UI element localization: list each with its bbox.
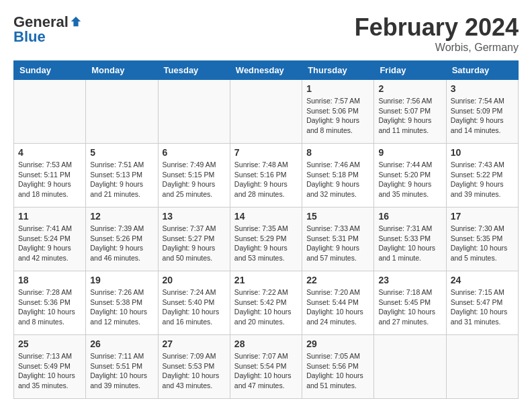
calendar-cell: 28Sunrise: 7:07 AM Sunset: 5:54 PM Dayli… [230, 335, 302, 399]
page-header: General Blue February 2024 Worbis, Germa… [13, 13, 519, 54]
calendar-cell: 27Sunrise: 7:09 AM Sunset: 5:53 PM Dayli… [158, 335, 230, 399]
calendar-cell: 17Sunrise: 7:30 AM Sunset: 5:35 PM Dayli… [446, 208, 518, 271]
calendar-cell: 2Sunrise: 7:56 AM Sunset: 5:07 PM Daylig… [374, 80, 446, 144]
day-info: Sunrise: 7:31 AM Sunset: 5:33 PM Dayligh… [378, 224, 441, 263]
calendar-cell [158, 80, 230, 144]
calendar-cell: 9Sunrise: 7:44 AM Sunset: 5:20 PM Daylig… [374, 144, 446, 208]
calendar-cell: 29Sunrise: 7:05 AM Sunset: 5:56 PM Dayli… [302, 335, 374, 399]
calendar-cell [374, 335, 446, 399]
calendar-week-4: 25Sunrise: 7:13 AM Sunset: 5:49 PM Dayli… [14, 335, 519, 399]
day-number: 26 [90, 338, 153, 349]
calendar-cell: 12Sunrise: 7:39 AM Sunset: 5:26 PM Dayli… [86, 208, 158, 271]
calendar-cell: 22Sunrise: 7:20 AM Sunset: 5:44 PM Dayli… [302, 271, 374, 335]
day-header-sunday: Sunday [14, 61, 86, 80]
day-number: 23 [378, 275, 441, 285]
title-area: February 2024 Worbis, Germany [355, 13, 519, 54]
calendar-cell [446, 335, 518, 399]
day-number: 17 [451, 211, 514, 222]
day-number: 15 [306, 211, 369, 222]
svg-marker-0 [71, 17, 81, 26]
day-info: Sunrise: 7:44 AM Sunset: 5:20 PM Dayligh… [378, 160, 441, 199]
day-number: 21 [234, 275, 298, 285]
calendar-cell: 20Sunrise: 7:24 AM Sunset: 5:40 PM Dayli… [158, 271, 230, 335]
logo-blue-text: Blue [13, 28, 46, 46]
calendar-cell: 19Sunrise: 7:26 AM Sunset: 5:38 PM Dayli… [86, 271, 158, 335]
day-number: 27 [163, 338, 226, 349]
calendar-cell [14, 80, 86, 144]
location: Worbis, Germany [355, 42, 519, 54]
day-number: 25 [18, 338, 81, 349]
day-info: Sunrise: 7:51 AM Sunset: 5:13 PM Dayligh… [90, 160, 153, 199]
day-info: Sunrise: 7:49 AM Sunset: 5:15 PM Dayligh… [163, 160, 226, 199]
day-number: 1 [306, 83, 369, 94]
day-info: Sunrise: 7:54 AM Sunset: 5:09 PM Dayligh… [451, 96, 514, 136]
day-info: Sunrise: 7:15 AM Sunset: 5:47 PM Dayligh… [451, 287, 514, 327]
calendar-cell: 5Sunrise: 7:51 AM Sunset: 5:13 PM Daylig… [86, 144, 158, 208]
day-number: 20 [163, 275, 226, 285]
day-info: Sunrise: 7:35 AM Sunset: 5:29 PM Dayligh… [234, 224, 298, 263]
calendar-cell: 10Sunrise: 7:43 AM Sunset: 5:22 PM Dayli… [446, 144, 518, 208]
calendar-body: 1Sunrise: 7:57 AM Sunset: 5:06 PM Daylig… [14, 80, 519, 399]
day-number: 10 [451, 147, 514, 158]
day-info: Sunrise: 7:22 AM Sunset: 5:42 PM Dayligh… [234, 287, 298, 327]
day-number: 2 [378, 83, 441, 94]
day-info: Sunrise: 7:28 AM Sunset: 5:36 PM Dayligh… [18, 287, 81, 327]
day-info: Sunrise: 7:11 AM Sunset: 5:51 PM Dayligh… [90, 351, 153, 391]
calendar-cell: 23Sunrise: 7:18 AM Sunset: 5:45 PM Dayli… [374, 271, 446, 335]
day-header-monday: Monday [86, 61, 158, 80]
calendar-cell: 16Sunrise: 7:31 AM Sunset: 5:33 PM Dayli… [374, 208, 446, 271]
calendar-week-0: 1Sunrise: 7:57 AM Sunset: 5:06 PM Daylig… [14, 80, 519, 144]
day-number: 12 [90, 211, 153, 222]
calendar-cell: 14Sunrise: 7:35 AM Sunset: 5:29 PM Dayli… [230, 208, 302, 271]
day-number: 3 [451, 83, 514, 94]
day-number: 29 [306, 338, 369, 349]
day-info: Sunrise: 7:09 AM Sunset: 5:53 PM Dayligh… [163, 351, 226, 391]
day-info: Sunrise: 7:30 AM Sunset: 5:35 PM Dayligh… [451, 224, 514, 263]
calendar-cell: 25Sunrise: 7:13 AM Sunset: 5:49 PM Dayli… [14, 335, 86, 399]
day-header-thursday: Thursday [302, 61, 374, 80]
logo: General Blue [13, 13, 82, 46]
day-info: Sunrise: 7:33 AM Sunset: 5:31 PM Dayligh… [306, 224, 369, 263]
day-number: 14 [234, 211, 298, 222]
day-number: 16 [378, 211, 441, 222]
logo-icon [70, 15, 82, 28]
calendar-cell: 24Sunrise: 7:15 AM Sunset: 5:47 PM Dayli… [446, 271, 518, 335]
calendar-cell: 7Sunrise: 7:48 AM Sunset: 5:16 PM Daylig… [230, 144, 302, 208]
calendar-cell: 26Sunrise: 7:11 AM Sunset: 5:51 PM Dayli… [86, 335, 158, 399]
calendar-cell [230, 80, 302, 144]
day-info: Sunrise: 7:56 AM Sunset: 5:07 PM Dayligh… [378, 96, 441, 136]
day-number: 19 [90, 275, 153, 285]
calendar-cell: 18Sunrise: 7:28 AM Sunset: 5:36 PM Dayli… [14, 271, 86, 335]
calendar-cell: 21Sunrise: 7:22 AM Sunset: 5:42 PM Dayli… [230, 271, 302, 335]
calendar-cell: 1Sunrise: 7:57 AM Sunset: 5:06 PM Daylig… [302, 80, 374, 144]
day-info: Sunrise: 7:46 AM Sunset: 5:18 PM Dayligh… [306, 160, 369, 199]
day-header-friday: Friday [374, 61, 446, 80]
calendar-cell: 13Sunrise: 7:37 AM Sunset: 5:27 PM Dayli… [158, 208, 230, 271]
day-info: Sunrise: 7:13 AM Sunset: 5:49 PM Dayligh… [18, 351, 81, 391]
day-header-tuesday: Tuesday [158, 61, 230, 80]
day-info: Sunrise: 7:48 AM Sunset: 5:16 PM Dayligh… [234, 160, 298, 199]
day-number: 24 [451, 275, 514, 285]
day-info: Sunrise: 7:18 AM Sunset: 5:45 PM Dayligh… [378, 287, 441, 327]
calendar-week-1: 4Sunrise: 7:53 AM Sunset: 5:11 PM Daylig… [14, 144, 519, 208]
day-number: 11 [18, 211, 81, 222]
calendar-cell: 8Sunrise: 7:46 AM Sunset: 5:18 PM Daylig… [302, 144, 374, 208]
day-number: 6 [163, 147, 226, 158]
calendar-cell [86, 80, 158, 144]
day-info: Sunrise: 7:57 AM Sunset: 5:06 PM Dayligh… [306, 96, 369, 136]
calendar-week-3: 18Sunrise: 7:28 AM Sunset: 5:36 PM Dayli… [14, 271, 519, 335]
day-number: 5 [90, 147, 153, 158]
calendar-cell: 6Sunrise: 7:49 AM Sunset: 5:15 PM Daylig… [158, 144, 230, 208]
day-info: Sunrise: 7:53 AM Sunset: 5:11 PM Dayligh… [18, 160, 81, 199]
day-info: Sunrise: 7:20 AM Sunset: 5:44 PM Dayligh… [306, 287, 369, 327]
day-number: 13 [163, 211, 226, 222]
calendar-cell: 11Sunrise: 7:41 AM Sunset: 5:24 PM Dayli… [14, 208, 86, 271]
day-info: Sunrise: 7:07 AM Sunset: 5:54 PM Dayligh… [234, 351, 298, 391]
day-info: Sunrise: 7:41 AM Sunset: 5:24 PM Dayligh… [18, 224, 81, 263]
day-number: 28 [234, 338, 298, 349]
day-number: 9 [378, 147, 441, 158]
day-info: Sunrise: 7:37 AM Sunset: 5:27 PM Dayligh… [163, 224, 226, 263]
day-number: 8 [306, 147, 369, 158]
month-title: February 2024 [355, 13, 519, 42]
day-number: 4 [18, 147, 81, 158]
